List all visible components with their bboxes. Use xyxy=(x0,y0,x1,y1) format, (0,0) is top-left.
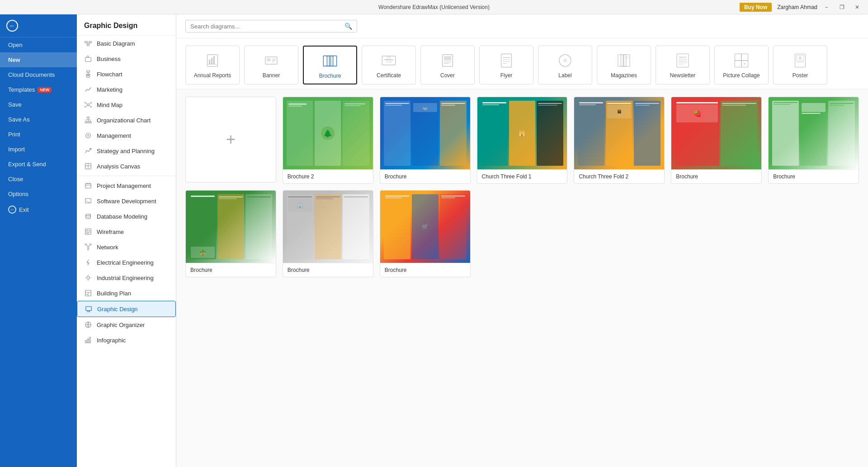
nav-building[interactable]: Building Plan xyxy=(77,285,176,301)
svg-rect-98 xyxy=(621,55,626,66)
svg-rect-6 xyxy=(86,71,90,73)
category-newsletter[interactable]: NEWS Newsletter xyxy=(656,46,710,84)
template-brochure-label: Brochure xyxy=(380,169,470,183)
svg-point-15 xyxy=(90,106,92,107)
templates-section: + 🌲 xyxy=(176,89,868,467)
template-church1[interactable]: 🕌 Church Three Fold 1 xyxy=(477,97,568,184)
category-grid: Annual Reports Banner Brochure xyxy=(185,46,859,84)
management-icon xyxy=(84,131,92,140)
svg-line-51 xyxy=(86,244,87,246)
nav-flowchart[interactable]: Flowchart xyxy=(77,66,176,82)
category-annual-reports[interactable]: Annual Reports xyxy=(185,46,240,84)
flyer-label: Flyer xyxy=(500,72,513,79)
nav-exit[interactable]: − Exit xyxy=(0,201,77,218)
nav-orgchart[interactable]: Organizational Chart xyxy=(77,112,176,128)
nav-open[interactable]: Open xyxy=(0,37,77,52)
left-nav: ← Open New Cloud Documents Templates NEW… xyxy=(0,14,77,467)
category-flyer[interactable]: Flyer xyxy=(479,46,533,84)
template-corp-img xyxy=(769,97,859,169)
back-icon: ← xyxy=(6,20,18,32)
svg-point-40 xyxy=(86,214,91,216)
infographic-icon xyxy=(84,336,92,344)
nav-industrial[interactable]: Industrial Engineering xyxy=(77,270,176,285)
nav-save[interactable]: Save xyxy=(0,97,77,112)
category-banner[interactable]: Banner xyxy=(244,46,298,84)
restore-button[interactable]: ❐ xyxy=(835,3,848,12)
nav-close[interactable]: Close xyxy=(0,172,77,187)
minimize-button[interactable]: − xyxy=(820,3,833,12)
svg-rect-80 xyxy=(327,56,333,66)
nav-save-as[interactable]: Save As xyxy=(0,112,77,127)
svg-line-19 xyxy=(89,105,90,106)
nav-business[interactable]: Business xyxy=(77,51,176,66)
category-cover[interactable]: Cover xyxy=(420,46,475,84)
annual-reports-label: Annual Reports xyxy=(194,72,231,79)
template-church2-label: Church Three Fold 2 xyxy=(574,169,664,183)
template-brochure2[interactable]: 🌲 Brochure 2 xyxy=(283,97,373,184)
nav-database[interactable]: Database Modeling xyxy=(77,209,176,224)
nav-infographic[interactable]: Infographic xyxy=(77,332,176,348)
close-button[interactable]: ✕ xyxy=(851,3,863,12)
svg-point-12 xyxy=(85,102,86,103)
nav-print[interactable]: Print xyxy=(0,127,77,142)
nav-graphic-organizer[interactable]: Graphic Organizer xyxy=(77,317,176,332)
category-picture-collage[interactable]: Picture Collage xyxy=(714,46,769,84)
template-church2[interactable]: 🏛 Church Three Fold 2 xyxy=(574,97,665,184)
category-poster[interactable]: Poster xyxy=(773,46,827,84)
svg-rect-5 xyxy=(85,57,91,61)
template-corp[interactable]: Brochure xyxy=(768,97,859,184)
nav-options[interactable]: Options xyxy=(0,187,77,201)
newsletter-icon: NEWS xyxy=(673,52,693,69)
nav-analysis[interactable]: Analysis Canvas xyxy=(77,159,176,174)
svg-line-18 xyxy=(89,103,90,104)
nav-electrical[interactable]: Electrical Engineering xyxy=(77,255,176,270)
main-content: 🔍 Annual Reports Banner xyxy=(176,14,868,467)
back-button[interactable]: ← xyxy=(0,14,77,37)
nav-templates[interactable]: Templates NEW xyxy=(0,82,77,97)
template-brochure[interactable]: 🚌 Brochure xyxy=(380,97,471,184)
nav-mindmap[interactable]: Mind Map xyxy=(77,97,176,112)
nav-management[interactable]: Management xyxy=(77,128,176,143)
nav-wireframe[interactable]: Wireframe xyxy=(77,224,176,239)
nav-export[interactable]: Export & Send xyxy=(0,157,77,172)
template-arch[interactable]: 🏢 Brochu xyxy=(283,190,373,277)
template-food-img: 🍓 xyxy=(671,97,761,169)
template-super-label: Brochure xyxy=(380,263,470,277)
second-nav-header: Graphic Design xyxy=(77,14,176,36)
nav-import[interactable]: Import xyxy=(0,142,77,157)
search-input[interactable] xyxy=(190,23,344,30)
nav-software[interactable]: Software Development xyxy=(77,193,176,209)
template-furniture[interactable]: 🪴 Brochu xyxy=(185,190,276,277)
template-arch-img: 🏢 xyxy=(283,191,373,263)
app-title: Wondershare EdrawMax (Unlicensed Version… xyxy=(378,4,490,10)
wireframe-icon xyxy=(84,228,92,236)
nav-new[interactable]: New xyxy=(0,52,77,67)
buy-now-button[interactable]: Buy Now xyxy=(740,3,772,12)
nav-cloud[interactable]: Cloud Documents xyxy=(0,67,77,82)
brochure-label: Brochure xyxy=(319,73,341,79)
nav-network[interactable]: Network xyxy=(77,239,176,255)
category-brochure[interactable]: Brochure xyxy=(303,46,357,84)
nav-strategy[interactable]: Strategy and Planning xyxy=(77,143,176,159)
category-section: Annual Reports Banner Brochure xyxy=(176,38,868,89)
svg-rect-50 xyxy=(87,249,89,250)
plus-icon: + xyxy=(226,130,236,149)
svg-point-95 xyxy=(559,55,571,66)
nav-basic-diagram[interactable]: Basic Diagram xyxy=(77,36,176,51)
svg-text:NEWS: NEWS xyxy=(679,56,686,59)
svg-rect-79 xyxy=(323,56,329,66)
category-magazines[interactable]: Magazines xyxy=(597,46,651,84)
nav-graphic-design[interactable]: Graphic Design xyxy=(77,301,176,317)
template-food[interactable]: 🍓 Brochure xyxy=(671,97,762,184)
category-certificate[interactable]: Certificate xyxy=(362,46,416,84)
templates-grid: + 🌲 xyxy=(185,97,859,277)
svg-point-13 xyxy=(85,106,86,107)
nav-project[interactable]: Project Management xyxy=(77,178,176,193)
search-input-wrap: 🔍 xyxy=(185,20,357,33)
strategy-icon xyxy=(84,147,92,155)
template-super[interactable]: 🛒 Brochure xyxy=(380,190,471,277)
new-blank-template[interactable]: + xyxy=(185,97,276,182)
template-church2-img: 🏛 xyxy=(574,97,664,169)
category-label[interactable]: Label xyxy=(538,46,592,84)
nav-marketing[interactable]: Marketing xyxy=(77,82,176,97)
